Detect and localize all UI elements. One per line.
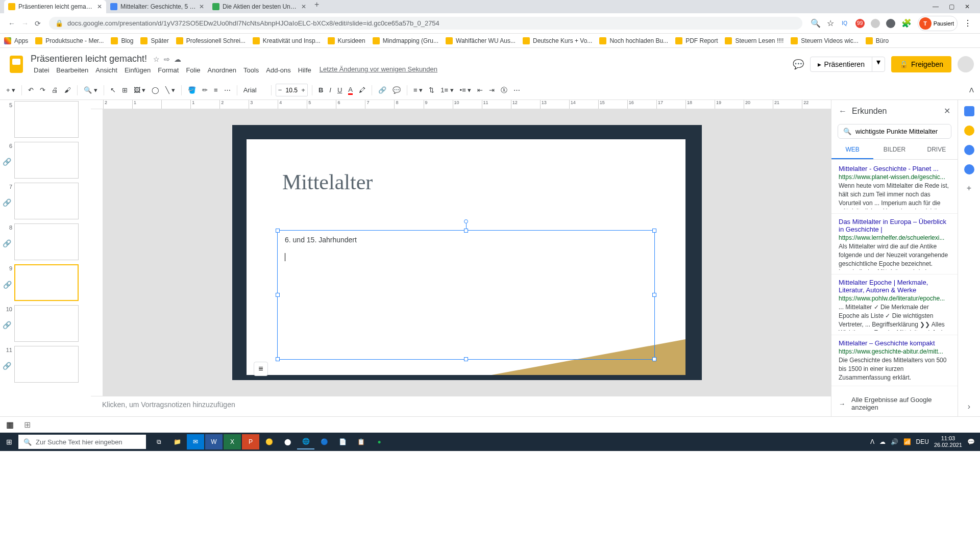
close-window-button[interactable]: ✕	[965, 3, 970, 10]
menu-tools[interactable]: Tools	[240, 65, 262, 75]
close-icon[interactable]: ✕	[944, 106, 950, 116]
last-edit-label[interactable]: Letzte Änderung vor wenigen Sekunden	[320, 65, 437, 75]
spotify-icon[interactable]: ●	[371, 434, 388, 449]
search-result[interactable]: Mittelalter – Geschichte kompakt https:/…	[831, 335, 958, 386]
line-spacing-button[interactable]: ⇅	[427, 84, 436, 96]
browser-tab[interactable]: Die Aktien der besten Unternehm ✕	[208, 0, 310, 13]
result-title[interactable]: Mittelalter – Geschichte kompakt	[839, 339, 950, 347]
onedrive-icon[interactable]: ☁	[879, 438, 886, 445]
redo-button[interactable]: ↷	[38, 84, 47, 96]
menu-folie[interactable]: Folie	[183, 65, 203, 75]
resize-handle[interactable]	[652, 357, 656, 361]
clear-format-button[interactable]: Ⓧ	[499, 84, 509, 97]
border-weight-button[interactable]: ≡	[212, 84, 220, 96]
paint-format-button[interactable]: 🖌	[62, 84, 73, 96]
bookmark-item[interactable]: Wahlfächer WU Aus...	[446, 37, 516, 44]
extension-icon[interactable]: IQ	[840, 19, 849, 28]
slide-title[interactable]: Mittelalter	[282, 170, 373, 194]
slide-thumb[interactable]: 🔗	[14, 305, 79, 342]
font-name-select[interactable]: Arial	[241, 84, 267, 96]
bookmark-item[interactable]: Produktsuche - Mer...	[35, 37, 104, 44]
notifications-icon[interactable]: 💬	[967, 438, 975, 445]
extension-icon[interactable]	[886, 19, 895, 28]
image-tool[interactable]: 🖼 ▾	[132, 84, 148, 96]
task-view-icon[interactable]: ⧉	[150, 434, 167, 449]
browser-tab-active[interactable]: Präsentieren leicht gemacht! - G ✕	[4, 0, 106, 13]
slide-thumb[interactable]: 🔗	[14, 223, 79, 260]
extension-icon[interactable]	[871, 19, 880, 28]
menu-addons[interactable]: Add-ons	[263, 65, 293, 75]
fit-button[interactable]: ≡	[254, 362, 268, 376]
comment-button[interactable]: 💬	[390, 84, 403, 96]
bookmark-item[interactable]: Professionell Schrei...	[176, 37, 246, 44]
text-content[interactable]: 6. und 15. Jahrhundert	[285, 236, 647, 244]
new-slide-button[interactable]: + ▾	[4, 84, 17, 96]
tab-close-icon[interactable]: ✕	[199, 3, 204, 10]
star-icon[interactable]: ☆	[153, 55, 160, 63]
comments-button[interactable]: 💬	[793, 59, 804, 70]
decrease-indent-button[interactable]: ⇤	[475, 84, 485, 96]
tray-chevron-icon[interactable]: ᐱ	[870, 438, 874, 445]
result-title[interactable]: Das Mittelalter in Europa – Überblick in…	[839, 218, 950, 233]
present-button[interactable]: ▸ Präsentieren	[811, 57, 872, 71]
app-icon[interactable]: 📋	[352, 434, 370, 449]
start-button[interactable]: ⊞	[0, 438, 18, 446]
edge-icon[interactable]: 🔵	[315, 434, 333, 449]
bookmark-item[interactable]: Kreativität und Insp...	[253, 37, 321, 44]
windows-search[interactable]: 🔍 Zur Suche Text hier eingeben	[18, 435, 146, 449]
resize-handle[interactable]	[652, 229, 656, 233]
resize-handle[interactable]	[464, 229, 468, 233]
text-box-selected[interactable]: 6. und 15. Jahrhundert	[277, 230, 655, 360]
extension-icon[interactable]: 99	[855, 19, 865, 28]
browser-tab[interactable]: Mittelalter: Geschichte, 5 Merkm ✕	[106, 0, 208, 13]
underline-button[interactable]: U	[335, 84, 344, 96]
new-tab-button[interactable]: +	[310, 0, 323, 13]
bookmark-item[interactable]: Büro	[866, 37, 889, 44]
maximize-button[interactable]: ▢	[949, 3, 954, 10]
menu-format[interactable]: Format	[155, 65, 182, 75]
resize-handle[interactable]	[276, 357, 280, 361]
cloud-icon[interactable]: ☁	[174, 55, 181, 63]
border-color-button[interactable]: ✏	[200, 84, 210, 96]
resize-handle[interactable]	[276, 229, 280, 233]
bookmark-item[interactable]: Blog	[111, 37, 133, 44]
explorer-icon[interactable]: 📁	[168, 434, 186, 449]
show-all-results[interactable]: → Alle Ergebnisse auf Google anzeigen	[831, 391, 958, 416]
tab-web[interactable]: WEB	[831, 141, 873, 159]
explore-search-input[interactable]: 🔍 wichtigste Punkte Mittelalter	[838, 124, 951, 139]
menu-anordnen[interactable]: Anordnen	[205, 65, 239, 75]
apps-button[interactable]: Apps	[4, 37, 28, 44]
volume-icon[interactable]: 🔊	[891, 438, 898, 445]
zoom-icon[interactable]: 🔍	[811, 18, 821, 28]
slide-thumb-active[interactable]: 🔗	[14, 264, 79, 301]
bookmark-item[interactable]: Steuern Lesen !!!!	[725, 37, 783, 44]
italic-button[interactable]: I	[327, 84, 333, 96]
text-color-button[interactable]: A	[346, 84, 355, 97]
present-dropdown[interactable]: ▾	[872, 57, 885, 71]
chrome-icon[interactable]: 🌐	[297, 434, 314, 449]
link-button[interactable]: 🔗	[376, 84, 388, 96]
filmstrip-view-icon[interactable]: ▦	[6, 420, 14, 430]
tab-close-icon[interactable]: ✕	[97, 3, 102, 10]
grid-view-icon[interactable]: ⊞	[24, 420, 31, 430]
align-button[interactable]: ≡ ▾	[411, 84, 425, 96]
tasks-icon[interactable]	[964, 145, 974, 155]
slide-filmstrip[interactable]: 5 6🔗 7🔗 8🔗 9🔗 10🔗 11🔗	[0, 100, 91, 416]
search-result[interactable]: Mittelalter - Geschichte - Planet ... ht…	[831, 161, 958, 214]
tab-close-icon[interactable]: ✕	[301, 3, 306, 10]
slide-thumb[interactable]	[14, 101, 79, 138]
star-icon[interactable]: ☆	[827, 18, 834, 28]
extensions-menu-icon[interactable]: 🧩	[901, 18, 912, 28]
slide-thumb[interactable]: 🔗	[14, 142, 79, 179]
border-dash-button[interactable]: ⋯	[222, 84, 233, 96]
slide-thumb[interactable]: 🔗	[14, 183, 79, 219]
calendar-icon[interactable]	[964, 106, 974, 116]
shape-tool[interactable]: ◯	[150, 84, 161, 96]
speaker-notes[interactable]: Klicken, um Vortragsnotizen hinzuzufügen	[91, 396, 831, 416]
bookmark-item[interactable]: PDF Report	[675, 37, 718, 44]
increase-indent-button[interactable]: ⇥	[487, 84, 497, 96]
tab-bilder[interactable]: BILDER	[873, 141, 915, 159]
collapse-sidepanel-icon[interactable]: ›	[968, 402, 970, 411]
search-result[interactable]: Mittelalter Epoche | Merkmale, Literatur…	[831, 274, 958, 335]
bookmark-item[interactable]: Kursideen	[328, 37, 365, 44]
